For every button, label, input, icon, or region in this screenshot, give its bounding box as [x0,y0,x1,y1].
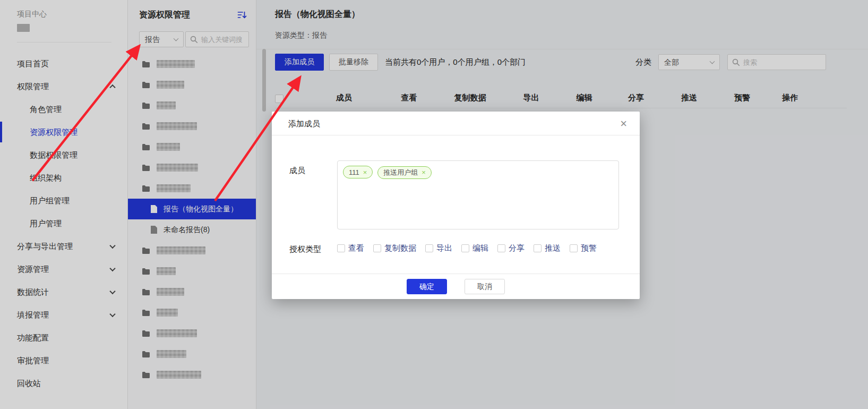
remove-tag-icon[interactable] [422,168,426,176]
auth-type-label: 授权类型 [289,244,321,254]
modal-footer: 确定 取消 [272,274,640,299]
member-tag-label: 推送用户组 [383,168,418,177]
checkbox-icon[interactable] [497,244,505,252]
member-tag-label: 111 [349,168,359,176]
cancel-button[interactable]: 取消 [465,279,505,294]
member-tags-input[interactable]: 111推送用户组 [337,160,619,229]
auth-checkbox-推送[interactable]: 推送 [534,243,561,253]
auth-checkbox-编辑[interactable]: 编辑 [461,243,488,253]
member-tag: 111 [343,166,373,178]
auth-type-checkboxes: 查看复制数据导出编辑分享推送预警 [337,243,606,253]
member-field-label: 成员 [289,166,305,176]
auth-checkbox-复制数据[interactable]: 复制数据 [373,243,416,253]
modal-title: 添加成员 [288,119,320,128]
auth-checkbox-label: 预警 [581,243,597,253]
member-tag: 推送用户组 [377,166,432,179]
auth-checkbox-label: 推送 [545,243,561,253]
checkbox-icon[interactable] [570,244,578,252]
auth-checkbox-label: 查看 [348,243,364,253]
modal-header: 添加成员 [272,112,640,135]
auth-checkbox-预警[interactable]: 预警 [570,243,597,253]
auth-checkbox-分享[interactable]: 分享 [497,243,525,253]
auth-checkbox-label: 复制数据 [384,243,416,253]
auth-checkbox-查看[interactable]: 查看 [337,243,364,253]
auth-checkbox-label: 编辑 [472,243,488,253]
checkbox-icon[interactable] [425,244,433,252]
auth-checkbox-label: 导出 [436,243,452,253]
auth-checkbox-label: 分享 [509,243,525,253]
checkbox-icon[interactable] [373,244,381,252]
checkbox-icon[interactable] [461,244,469,252]
checkbox-icon[interactable] [337,244,345,252]
checkbox-icon[interactable] [534,244,542,252]
close-icon[interactable] [620,112,627,135]
remove-tag-icon[interactable] [363,168,367,176]
auth-checkbox-导出[interactable]: 导出 [425,243,452,253]
app-root: 项目中心 项目首页权限管理角色管理资源权限管理数据权限管理组织架构用户组管理用户… [0,0,868,409]
confirm-button[interactable]: 确定 [407,279,447,294]
add-member-modal: 添加成员 成员 111推送用户组 授权类型 查看复制数据导出编辑分享推送预警 确… [272,112,640,299]
